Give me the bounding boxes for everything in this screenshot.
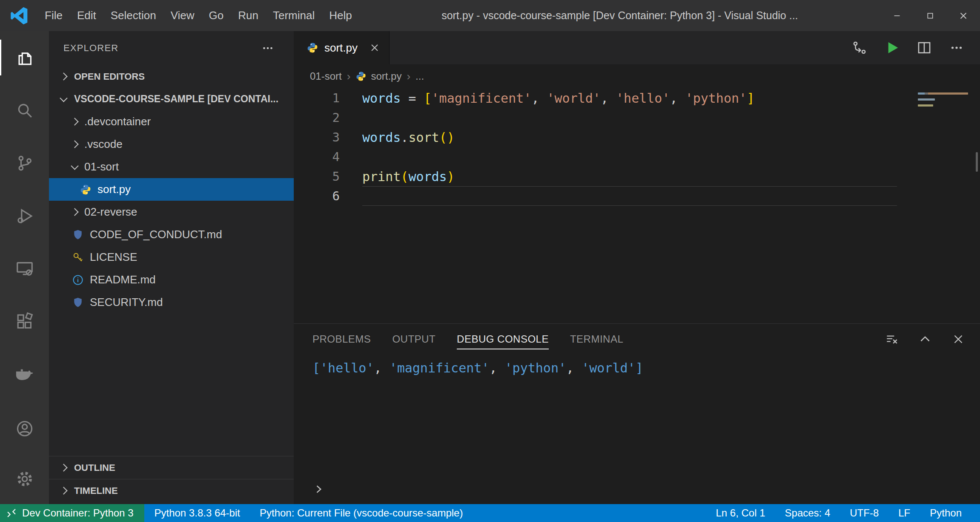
open-changes-button[interactable] (851, 40, 868, 56)
activitybar-item-search[interactable] (0, 84, 49, 137)
tab-sort-py[interactable]: sort.py (294, 31, 390, 64)
debug-console-prompt[interactable] (312, 483, 980, 498)
outline-section-header[interactable]: OUTLINE (49, 456, 294, 479)
menu-file[interactable]: File (37, 0, 70, 31)
panel-tab-output[interactable]: OUTPUT (392, 324, 436, 355)
status-item-python-current-file-vscode-course-sample[interactable]: Python: Current File (vscode-course-samp… (250, 507, 473, 519)
code-line-content (362, 108, 897, 127)
chevron-right-icon (60, 464, 67, 471)
breadcrumb-item-sort-py[interactable]: sort.py (371, 70, 401, 82)
menu-terminal[interactable]: Terminal (266, 0, 322, 31)
code-token: 'magnificent' (432, 91, 532, 106)
panel-tab-terminal[interactable]: TERMINAL (570, 324, 623, 355)
tree-item-sort-py[interactable]: sort.py (49, 178, 294, 201)
code-line-3[interactable]: 3words.sort() (294, 127, 980, 147)
editor-tab-bar: sort.py (294, 31, 980, 64)
menu-view[interactable]: View (163, 0, 202, 31)
activity-bar (0, 31, 49, 504)
code-line-1[interactable]: 1words = ['magnificent', 'world', 'hello… (294, 88, 980, 108)
menu-help[interactable]: Help (322, 0, 359, 31)
menu-go[interactable]: Go (202, 0, 231, 31)
open-editors-section-header[interactable]: OPEN EDITORS (49, 65, 294, 88)
line-number[interactable]: 6 (294, 189, 340, 203)
debug-token: 'hello' (320, 360, 374, 375)
code-token: , (670, 91, 685, 106)
activitybar-item-accounts[interactable] (0, 404, 49, 454)
line-number[interactable]: 1 (294, 91, 340, 105)
close-panel-button[interactable] (951, 332, 966, 346)
tree-item-security-md[interactable]: SECURITY.md (49, 291, 294, 314)
line-number[interactable]: 2 (294, 110, 340, 125)
menu-selection[interactable]: Selection (103, 0, 163, 31)
code-line-4[interactable]: 4 (294, 147, 980, 167)
code-token: print (362, 169, 401, 184)
scrollbar-thumb[interactable] (976, 152, 978, 172)
code-editor[interactable]: 1words = ['magnificent', 'world', 'hello… (294, 88, 980, 323)
split-editor-button[interactable] (916, 40, 932, 56)
run-python-file-button[interactable] (884, 40, 900, 56)
python-icon (355, 71, 367, 82)
activitybar-item-docker[interactable] (0, 348, 49, 401)
code-token: () (439, 130, 455, 145)
close-tab-button[interactable] (369, 42, 381, 54)
close-icon (958, 10, 969, 21)
tree-item-02-reverse[interactable]: 02-reverse (49, 201, 294, 223)
remote-icon (6, 508, 17, 519)
code-token: 'python' (685, 91, 747, 106)
activitybar-item-settings[interactable] (0, 454, 49, 504)
panel-tab-debug-console[interactable]: DEBUG CONSOLE (457, 324, 549, 355)
maximize-button[interactable] (914, 0, 947, 31)
code-line-5[interactable]: 5print(words) (294, 167, 980, 186)
status-item-ln-6-col-1[interactable]: Ln 6, Col 1 (706, 507, 775, 519)
status-item-utf-8[interactable]: UTF-8 (840, 507, 888, 519)
minimap[interactable] (918, 92, 973, 110)
panel-tab-problems[interactable]: PROBLEMS (312, 324, 371, 355)
menu-run[interactable]: Run (231, 0, 266, 31)
tree-item-vscode[interactable]: .vscode (49, 133, 294, 156)
line-number[interactable]: 4 (294, 150, 340, 164)
status-left: Python 3.8.3 64-bitPython: Current File … (144, 507, 473, 519)
menu-edit[interactable]: Edit (70, 0, 103, 31)
chevron-right-icon (71, 208, 78, 216)
sidebar-more-actions-button[interactable] (261, 41, 275, 55)
chevron-down-icon (60, 94, 67, 102)
activitybar-item-run-debug[interactable] (0, 190, 49, 242)
root-folder-header[interactable]: VSCODE-COURSE-SAMPLE [DEV CONTAI... (49, 88, 294, 110)
tree-item-devcontainer[interactable]: .devcontainer (49, 110, 294, 133)
code-line-content (362, 147, 897, 167)
line-number[interactable]: 3 (294, 130, 340, 144)
tree-item-code-of-conduct-md[interactable]: CODE_OF_CONDUCT.md (49, 223, 294, 246)
source-control-icon (15, 153, 34, 173)
tree-item-label: LICENSE (90, 251, 137, 264)
code-line-6[interactable]: 6 (294, 186, 980, 206)
panel-header: PROBLEMSOUTPUTDEBUG CONSOLETERMINAL (294, 324, 980, 355)
debug-console[interactable]: ['hello', 'magnificent', 'python', 'worl… (294, 355, 980, 504)
status-item-spaces-4[interactable]: Spaces: 4 (775, 507, 840, 519)
activitybar-item-source-control[interactable] (0, 137, 49, 190)
remote-indicator[interactable]: Dev Container: Python 3 (0, 504, 144, 522)
status-item-lf[interactable]: LF (888, 507, 920, 519)
python-icon (307, 42, 318, 54)
chevron-down-icon (71, 162, 78, 170)
line-number[interactable]: 5 (294, 169, 340, 184)
tree-item-01-sort[interactable]: 01-sort (49, 156, 294, 178)
editor-more-actions-button[interactable] (948, 40, 965, 56)
activitybar-item-extensions[interactable] (0, 295, 49, 348)
activitybar-item-explorer[interactable] (0, 31, 49, 84)
code-line-2[interactable]: 2 (294, 108, 980, 127)
status-item-python[interactable]: Python (920, 507, 971, 519)
close-window-button[interactable] (947, 0, 980, 31)
timeline-section-header[interactable]: TIMELINE (49, 479, 294, 502)
activitybar-item-remote-explorer[interactable] (0, 242, 49, 295)
minimize-button[interactable] (880, 0, 914, 31)
clear-console-button[interactable] (885, 332, 899, 346)
tree-item-license[interactable]: LICENSE (49, 246, 294, 268)
tree-item-readme-md[interactable]: README.md (49, 268, 294, 291)
breadcrumb-item-01-sort[interactable]: 01-sort (310, 70, 342, 82)
status-item-python-3-8-3-64-bit[interactable]: Python 3.8.3 64-bit (144, 507, 249, 519)
code-lines: 1words = ['magnificent', 'world', 'hello… (294, 88, 980, 206)
breadcrumb-item-[interactable]: ... (415, 70, 424, 82)
code-line-content: print(words) (362, 167, 897, 186)
minimap-line (918, 98, 935, 101)
maximize-panel-button[interactable] (918, 332, 932, 346)
